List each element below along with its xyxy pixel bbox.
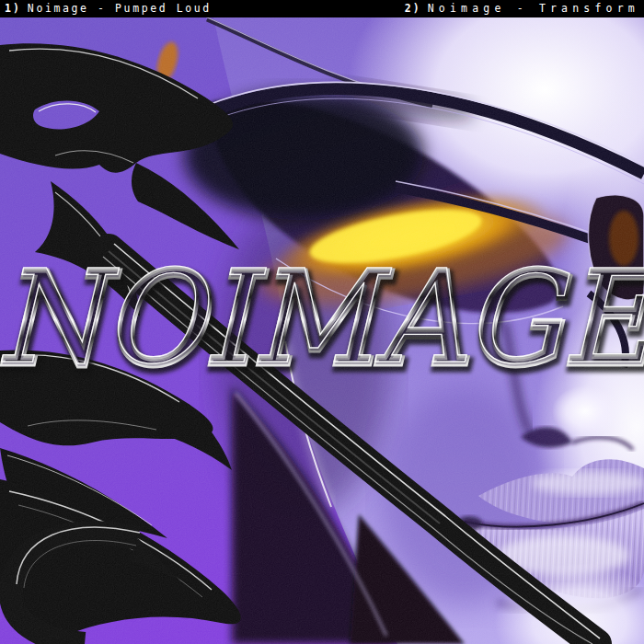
track-1-number: 1) [5,2,21,15]
cover-art-canvas: NOIMAGE NOIMAGE NOIMAGE [0,17,644,644]
album-cover[interactable]: 1)Noimage - Pumped Loud 2)Noimage - Tran… [0,0,644,644]
track-2-label: 2)Noimage - Transform [405,0,639,17]
tracklist-bar: 1)Noimage - Pumped Loud 2)Noimage - Tran… [0,0,644,17]
track-1-label: 1)Noimage - Pumped Loud [5,0,212,17]
track-2-title: Noimage - Transform [428,2,639,15]
cover-art: NOIMAGE NOIMAGE NOIMAGE [0,17,644,644]
track-1-title: Noimage - Pumped Loud [28,2,212,15]
track-2-number: 2) [405,2,421,15]
grain-overlay [0,17,644,644]
